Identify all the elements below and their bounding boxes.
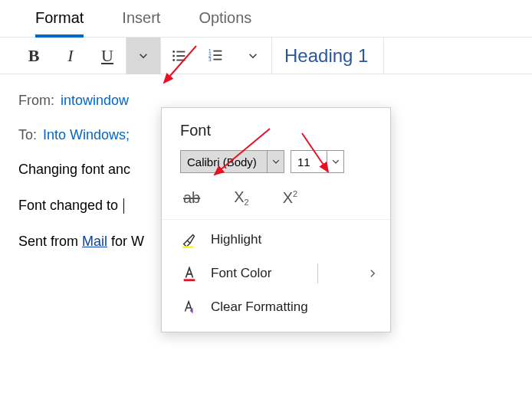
list-group: 1 2 3 [161,38,272,74]
font-size-value: 11 [291,155,327,169]
svg-point-0 [172,51,175,53]
svg-rect-7 [213,50,222,51]
bullet-list-button[interactable] [161,38,198,74]
from-row: From: intowindow [18,93,532,109]
menu-divider [317,263,318,283]
svg-rect-9 [213,54,222,56]
font-name-select[interactable]: Calibri (Body) [180,150,284,173]
svg-rect-11 [213,58,222,60]
body-line-text: Font changed to [18,198,122,213]
more-styles-group [126,38,161,74]
to-value[interactable]: Into Windows; [43,127,130,143]
font-size-select[interactable]: 11 [291,150,344,173]
font-menu: Highlight Font Color Clear For [162,219,390,327]
highlight-label: Highlight [211,232,261,247]
style-selector-label: Heading 1 [284,45,368,67]
font-popup: Font Calibri (Body) 11 ab X2 X2 [161,107,391,332]
svg-text:3: 3 [209,57,212,62]
text-style-group: B I U [15,38,126,74]
underline-button[interactable]: U [89,38,126,74]
clear-formatting-label: Clear Formatting [211,299,308,315]
from-value[interactable]: intowindow [61,93,129,109]
format-toolbar: B I U 1 2 3 Heading 1 [0,38,532,74]
highlight-icon [180,231,199,249]
svg-rect-13 [184,279,195,281]
font-more-dropdown[interactable] [126,38,160,74]
italic-button[interactable]: I [52,38,89,74]
strikethrough-button[interactable]: ab [183,189,200,207]
highlight-menu-item[interactable]: Highlight [162,223,390,257]
chevron-down-icon[interactable] [327,151,343,172]
mail-app-link[interactable]: Mail [82,234,107,249]
numbered-list-button[interactable]: 1 2 3 [198,38,235,74]
from-label: From: [18,93,54,109]
tab-format[interactable]: Format [35,9,84,38]
bold-button[interactable]: B [15,38,52,74]
font-selectors: Calibri (Body) 11 [162,150,390,184]
superscript-button[interactable]: X2 [283,189,297,207]
font-color-icon [180,264,199,283]
sup-idx: 2 [293,189,297,198]
sub-idx: 2 [245,198,249,207]
text-effects-row: ab X2 X2 [162,184,390,219]
tab-options[interactable]: Options [199,9,251,37]
svg-rect-5 [176,59,185,61]
font-popup-title: Font [162,122,390,150]
clear-formatting-menu-item[interactable]: Clear Formatting [162,290,390,324]
sub-base: X [234,188,244,205]
svg-rect-1 [176,51,185,52]
sent-suffix: for W [107,234,144,249]
font-color-menu-item[interactable]: Font Color [162,257,390,290]
clear-formatting-icon [180,298,199,316]
style-selector[interactable]: Heading 1 [274,38,384,74]
tab-insert[interactable]: Insert [122,9,160,37]
font-color-label: Font Color [211,266,271,281]
svg-point-2 [172,54,175,57]
font-name-value: Calibri (Body) [181,155,267,169]
text-caret [123,198,124,214]
svg-rect-12 [182,246,194,248]
list-dropdown[interactable] [235,38,271,74]
chevron-down-icon[interactable] [267,151,284,172]
svg-rect-3 [176,55,185,57]
subscript-button[interactable]: X2 [234,188,248,207]
sent-prefix: Sent from [18,234,82,249]
sup-base: X [283,189,293,206]
to-label: To: [18,127,37,143]
svg-point-4 [172,59,175,61]
chevron-right-icon[interactable] [367,268,378,279]
ribbon-tabs: Format Insert Options [0,0,532,38]
